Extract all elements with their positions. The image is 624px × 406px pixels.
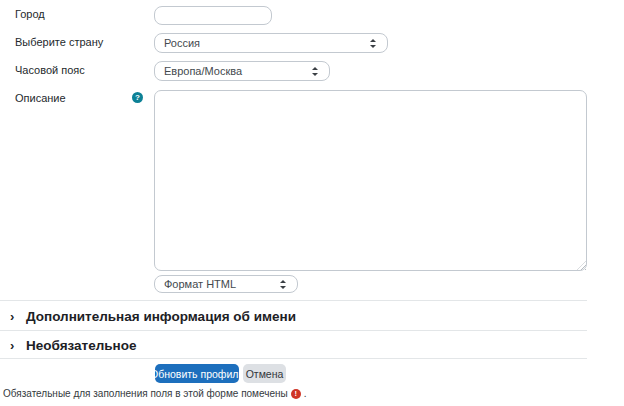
required-fields-note: Обязательные для заполнения поля в этой … xyxy=(3,388,306,399)
country-select[interactable]: Россия xyxy=(154,33,388,53)
profile-edit-form: Город Выберите страну Россия Часовой поя… xyxy=(0,0,624,406)
select-arrows-icon xyxy=(311,66,318,77)
format-select-value: Формат HTML xyxy=(164,278,279,290)
city-label: Город xyxy=(15,8,45,21)
required-note-suffix: . xyxy=(304,388,307,399)
country-label: Выберите страну xyxy=(15,36,103,49)
divider xyxy=(0,358,587,359)
section-title: Необязательное xyxy=(26,338,137,353)
country-select-value: Россия xyxy=(164,37,369,49)
format-select[interactable]: Формат HTML xyxy=(154,275,298,293)
required-exclamation-icon: ! xyxy=(291,389,301,399)
update-profile-button[interactable]: Обновить профиль xyxy=(155,364,239,383)
help-icon[interactable]: ? xyxy=(132,92,143,103)
timezone-label: Часовой пояс xyxy=(15,64,85,77)
city-input[interactable] xyxy=(154,6,272,25)
section-title: Дополнительная информация об имени xyxy=(26,309,296,324)
divider xyxy=(0,330,587,331)
chevron-right-icon: › xyxy=(10,339,26,352)
description-textarea[interactable] xyxy=(154,90,587,271)
section-additional-names[interactable]: › Дополнительная информация об имени xyxy=(0,305,587,327)
select-arrows-icon xyxy=(369,38,376,49)
timezone-select[interactable]: Европа/Москва xyxy=(154,61,330,81)
section-optional[interactable]: › Необязательное xyxy=(0,334,587,356)
required-note-text: Обязательные для заполнения поля в этой … xyxy=(3,388,288,399)
timezone-select-value: Европа/Москва xyxy=(164,65,311,77)
chevron-right-icon: › xyxy=(10,310,26,323)
select-arrows-icon xyxy=(279,279,286,290)
divider xyxy=(0,300,587,301)
description-label: Описание xyxy=(15,92,66,105)
cancel-button[interactable]: Отмена xyxy=(243,364,286,383)
